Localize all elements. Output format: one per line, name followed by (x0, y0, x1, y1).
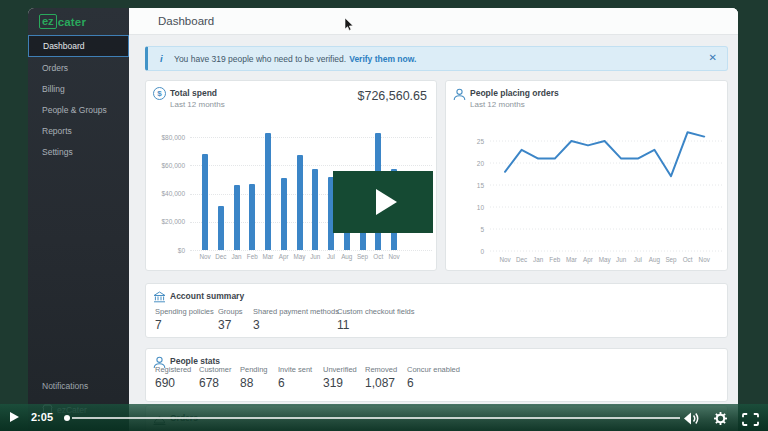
logo-ez-box: ez (39, 14, 57, 29)
stat-shared-payment-methods: Shared payment methods3 (253, 307, 339, 332)
x-tick-label: Nov (695, 256, 713, 263)
y-tick-label: $20,000 (146, 218, 185, 225)
x-tick-label: Jul (629, 256, 647, 263)
time-display: 2:05 (31, 411, 53, 423)
sidebar-item-billing[interactable]: Billing (28, 79, 129, 99)
video-controls: 2:05 (0, 404, 768, 431)
ezcater-logo: ez cater (39, 14, 86, 29)
bar-apr-5 (281, 178, 287, 250)
video-player: ez cater DashboardOrdersBillingPeople & … (0, 0, 768, 431)
stat-groups: Groups37 (218, 307, 243, 332)
sidebar-item-reports[interactable]: Reports (28, 121, 129, 141)
bar-dec-1 (218, 206, 224, 250)
volume-button[interactable] (684, 411, 700, 429)
y-tick-label: $60,000 (146, 162, 185, 169)
sidebar-item-notifications[interactable]: Notifications (42, 381, 88, 391)
y-tick-label: $40,000 (146, 190, 185, 197)
play-button[interactable] (10, 412, 19, 422)
banner-text: You have 319 people who need to be verif… (174, 54, 346, 64)
y-tick-label: $80,000 (146, 134, 185, 141)
page-header: Dashboard (129, 8, 738, 35)
stat-unverified: Unverified319 (323, 365, 357, 390)
fullscreen-button[interactable] (742, 412, 759, 430)
x-tick-label: Sep (662, 256, 680, 263)
x-tick-label: Nov (496, 256, 514, 263)
people-stats-values: Registered690Customer678Pending88Invite … (146, 349, 727, 401)
account-summary-stats: Spending policies7Groups37Shared payment… (146, 284, 727, 337)
sidebar: ez cater DashboardOrdersBillingPeople & … (28, 8, 129, 431)
stat-removed: Removed1,087 (365, 365, 397, 390)
play-triangle-icon (376, 189, 397, 215)
account-summary-card: Account summary Spending policies7Groups… (145, 283, 728, 338)
x-tick-label: Feb (546, 256, 564, 263)
x-tick-label: Oct (679, 256, 697, 263)
x-tick-label: Dec (513, 256, 531, 263)
x-tick-label: Jan (529, 256, 547, 263)
logo-cater-text: cater (58, 16, 87, 28)
bar-jan-2 (234, 185, 240, 250)
gridline (190, 250, 432, 251)
page-title: Dashboard (158, 15, 214, 27)
sidebar-item-orders[interactable]: Orders (28, 58, 129, 78)
progress-handle[interactable] (64, 415, 70, 421)
mouse-cursor (344, 18, 354, 36)
progress-bar[interactable] (72, 417, 680, 419)
stat-spending-policies: Spending policies7 (155, 307, 214, 332)
big-play-button[interactable] (333, 171, 433, 233)
info-icon: i (160, 53, 163, 64)
main-content: Dashboard i You have 319 people who need… (129, 8, 738, 431)
settings-gear-icon[interactable] (714, 411, 727, 429)
sidebar-item-settings[interactable]: Settings (28, 142, 129, 162)
stat-concur-enabled: Concur enabled6 (407, 365, 460, 390)
x-tick-label: Apr (579, 256, 597, 263)
x-tick-label: May (596, 256, 614, 263)
sidebar-item-dashboard[interactable]: Dashboard (28, 35, 129, 57)
stat-registered: Registered690 (155, 365, 191, 390)
verification-banner: i You have 319 people who need to be ver… (145, 46, 728, 71)
x-tick-label: Jun (612, 256, 630, 263)
bar-mar-4 (265, 133, 271, 250)
y-tick-label: $0 (146, 247, 185, 254)
x-tick-label: Aug (645, 256, 663, 263)
people-orders-line-chart: 0510152025NovDecJanFebMarAprMayJunJulAug… (446, 81, 727, 270)
bar-feb-3 (249, 184, 255, 250)
gridline (190, 137, 432, 138)
x-tick-label: Nov (385, 253, 403, 260)
gridline (190, 165, 432, 166)
people-stats-card: People stats Registered690Customer678Pen… (145, 348, 728, 402)
stat-customer: Customer678 (199, 365, 232, 390)
stat-invite-sent: Invite sent6 (278, 365, 312, 390)
verify-link[interactable]: Verify them now. (349, 54, 416, 64)
bar-may-6 (297, 155, 303, 250)
stat-custom-checkout-fields: Custom checkout fields11 (337, 307, 415, 332)
close-icon[interactable]: ✕ (709, 52, 717, 63)
sidebar-item-people-groups[interactable]: People & Groups (28, 100, 129, 120)
bar-nov-0 (202, 154, 208, 250)
people-placing-orders-card: People placing orders Last 12 months 051… (445, 80, 728, 271)
stat-pending: Pending88 (240, 365, 268, 390)
x-tick-label: Mar (562, 256, 580, 263)
bar-jun-7 (312, 169, 318, 250)
